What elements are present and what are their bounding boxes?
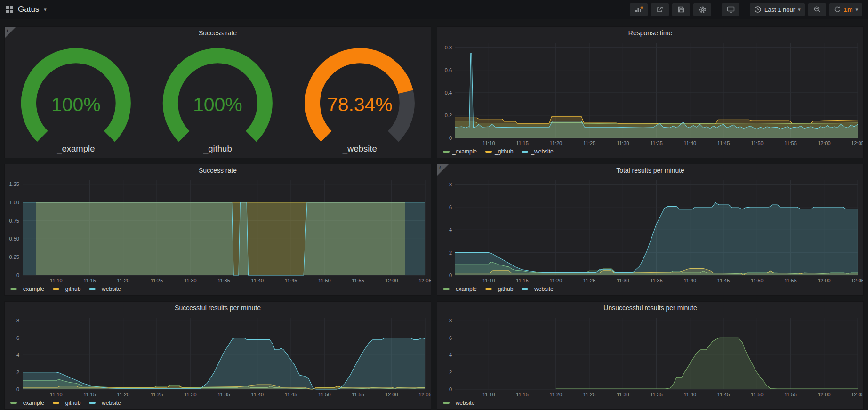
chart-successful-results[interactable]: 0246811:1011:1511:2011:2511:3011:3511:40… (5, 314, 431, 399)
settings-button[interactable] (693, 3, 711, 16)
chart-total-results[interactable]: 0246811:1011:1511:2011:2511:3011:3511:40… (437, 177, 863, 285)
chart-success-rate[interactable]: 00.250.500.751.001.2511:1011:1511:2011:2… (5, 177, 431, 285)
svg-text:8: 8 (449, 318, 452, 323)
legend-label: _website (98, 400, 121, 406)
share-button[interactable] (651, 3, 669, 16)
legend-item-_website[interactable]: _website (89, 286, 121, 292)
legend-item-_website[interactable]: _website (443, 400, 474, 406)
panel-title[interactable]: Total results per minute (437, 164, 863, 177)
panel-total-results: i Total results per minute 0246811:1011:… (437, 164, 864, 296)
chart-legend: _example_github_website (5, 399, 431, 409)
svg-text:100%: 100% (193, 94, 242, 115)
legend-item-_github[interactable]: _github (53, 400, 80, 406)
gauge-svg: 100%_github (149, 41, 287, 155)
legend-item-_example[interactable]: _example (443, 148, 477, 155)
panel-title[interactable]: Success rate (5, 27, 431, 39)
svg-text:1.00: 1.00 (9, 200, 19, 205)
chart-svg[interactable]: 00.250.500.751.001.2511:1011:1511:2011:2… (5, 177, 431, 285)
save-button[interactable] (672, 3, 690, 16)
chart-legend: _example_github_website (437, 147, 863, 158)
svg-text:12:00: 12:00 (385, 278, 398, 283)
chart-svg[interactable]: 00.20.40.60.811:1011:1511:2011:2511:3011… (437, 39, 863, 147)
legend-item-_website[interactable]: _website (522, 148, 553, 155)
legend-item-_example[interactable]: _example (443, 286, 477, 292)
svg-text:11:45: 11:45 (717, 140, 730, 146)
panel-title[interactable]: Unsuccessful results per minute (437, 302, 863, 314)
chart-unsuccessful-results[interactable]: 0246811:1011:1511:2011:2511:3011:3511:40… (437, 314, 863, 399)
svg-text:11:35: 11:35 (650, 278, 663, 283)
save-icon (677, 6, 685, 13)
chart-legend: _example_github_website (437, 285, 863, 295)
panel-info-corner-icon[interactable]: i (5, 27, 16, 38)
chart-svg[interactable]: 0246811:1011:1511:2011:2511:3011:3511:40… (437, 177, 863, 285)
panel-success-rate-gauges: i Success rate 100%_example100%_github78… (4, 26, 431, 158)
legend-swatch-icon (443, 402, 450, 404)
svg-text:11:55: 11:55 (784, 140, 797, 146)
dashboard-grid-icon[interactable] (6, 6, 13, 13)
svg-text:8: 8 (16, 318, 19, 323)
svg-text:_github: _github (203, 144, 232, 154)
legend-item-_github[interactable]: _github (485, 286, 513, 292)
panel-unsuccessful-results: Unsuccessful results per minute 0246811:… (437, 301, 864, 410)
svg-text:11:15: 11:15 (516, 140, 529, 146)
legend-label: _github (62, 400, 80, 406)
svg-text:0.50: 0.50 (9, 236, 19, 241)
dashboard-title[interactable]: Gatus (18, 5, 39, 14)
svg-text:12:00: 12:00 (818, 278, 831, 283)
svg-text:11:15: 11:15 (83, 278, 96, 283)
zoom-out-button[interactable] (808, 3, 826, 16)
add-panel-button[interactable] (630, 3, 648, 16)
svg-text:12:00: 12:00 (818, 140, 831, 146)
gauge-_github: 100%_github (147, 39, 289, 158)
monitor-icon (727, 6, 735, 13)
time-range-caret-icon: ▾ (798, 7, 801, 13)
legend-item-_website[interactable]: _website (522, 286, 553, 292)
svg-text:2: 2 (449, 250, 452, 256)
svg-text:11:20: 11:20 (549, 392, 562, 397)
svg-text:11:40: 11:40 (683, 140, 696, 146)
svg-text:0.2: 0.2 (445, 113, 452, 118)
legend-label: _website (98, 286, 121, 292)
time-range-button[interactable]: Last 1 hour ▾ (750, 3, 805, 16)
legend-item-_github[interactable]: _github (53, 286, 80, 292)
legend-label: _example (452, 148, 477, 155)
svg-text:2: 2 (16, 370, 19, 375)
legend-label: _example (452, 286, 477, 292)
chart-svg[interactable]: 0246811:1011:1511:2011:2511:3011:3511:40… (5, 314, 431, 399)
legend-item-_example[interactable]: _example (10, 400, 44, 406)
panel-title[interactable]: Success rate (5, 164, 431, 177)
svg-text:11:10: 11:10 (50, 392, 63, 397)
refresh-button[interactable]: 1m ▾ (829, 3, 862, 16)
svg-text:11:35: 11:35 (650, 140, 663, 146)
legend-item-_github[interactable]: _github (485, 148, 513, 155)
panel-title[interactable]: Successful results per minute (5, 302, 431, 314)
legend-item-_website[interactable]: _website (89, 400, 121, 406)
svg-text:11:40: 11:40 (251, 278, 264, 283)
svg-text:11:50: 11:50 (318, 392, 331, 397)
svg-text:0: 0 (449, 135, 452, 141)
panel-info-corner-icon[interactable]: i (437, 164, 449, 176)
legend-swatch-icon (485, 151, 492, 153)
dashboard-dropdown-caret-icon[interactable]: ▾ (44, 7, 47, 13)
svg-text:2: 2 (449, 370, 452, 375)
add-panel-icon (635, 6, 643, 13)
legend-label: _website (531, 286, 553, 292)
svg-text:11:50: 11:50 (751, 140, 764, 146)
svg-text:0.6: 0.6 (445, 67, 452, 73)
panel-title[interactable]: Response time (437, 27, 863, 39)
svg-text:11:35: 11:35 (650, 392, 663, 397)
legend-item-_example[interactable]: _example (10, 286, 44, 292)
chart-legend: _example_github_website (5, 285, 431, 295)
svg-text:4: 4 (449, 227, 452, 233)
gear-icon (699, 6, 707, 14)
legend-label: _example (20, 400, 44, 406)
svg-text:11:15: 11:15 (83, 392, 96, 397)
gauge-row: 100%_example100%_github78.34%_website (5, 39, 431, 158)
panel-success-rate-graph: Success rate 00.250.500.751.001.2511:101… (4, 164, 431, 296)
gauge-_website: 78.34%_website (289, 39, 431, 158)
cycle-view-button[interactable] (722, 3, 739, 16)
svg-text:11:25: 11:25 (583, 392, 596, 397)
svg-text:0.4: 0.4 (445, 90, 452, 96)
chart-response-time[interactable]: 00.20.40.60.811:1011:1511:2011:2511:3011… (437, 39, 863, 147)
chart-svg[interactable]: 0246811:1011:1511:2011:2511:3011:3511:40… (437, 314, 863, 399)
